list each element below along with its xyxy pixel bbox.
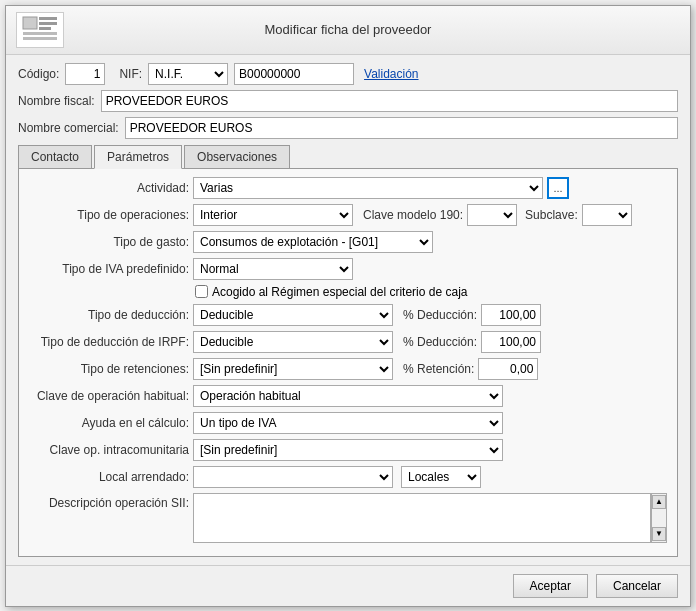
ayuda-calculo-select[interactable]: Un tipo de IVA [193, 412, 503, 434]
tabs: Contacto Parámetros Observaciones [18, 145, 678, 169]
title-bar: Modificar ficha del proveedor [6, 6, 690, 55]
tipo-deduccion-irpf-row: Tipo de deducción de IRPF: Deducible % D… [29, 331, 667, 353]
svg-rect-3 [39, 27, 51, 30]
nombre-comercial-label: Nombre comercial: [18, 121, 119, 135]
svg-rect-4 [23, 32, 57, 35]
descripcion-area: ▲ ▼ [193, 493, 667, 543]
svg-rect-0 [23, 17, 37, 29]
subclave-select[interactable] [582, 204, 632, 226]
aceptar-button[interactable]: Aceptar [513, 574, 588, 598]
nombre-fiscal-input[interactable] [101, 90, 678, 112]
pct-deduccion-irpf-input[interactable] [481, 331, 541, 353]
nif-select[interactable]: N.I.F. [148, 63, 228, 85]
local-arrendado-select[interactable] [193, 466, 393, 488]
nombre-fiscal-label: Nombre fiscal: [18, 94, 95, 108]
tab-contacto[interactable]: Contacto [18, 145, 92, 168]
tipo-retenciones-row: Tipo de retenciones: [Sin predefinir] % … [29, 358, 667, 380]
tipo-operaciones-select[interactable]: Interior [193, 204, 353, 226]
footer: Aceptar Cancelar [6, 565, 690, 606]
pct-retencion-input[interactable] [478, 358, 538, 380]
tipo-operaciones-label: Tipo de operaciones: [29, 208, 189, 222]
tipo-deduccion-row: Tipo de deducción: Deducible % Deducción… [29, 304, 667, 326]
codigo-row: Código: NIF: N.I.F. Validación [18, 63, 678, 85]
actividad-dots-button[interactable]: ... [547, 177, 569, 199]
acogido-label: Acogido al Régimen especial del criterio… [212, 285, 467, 299]
subclave-label: Subclave: [525, 208, 578, 222]
tipo-operaciones-row: Tipo de operaciones: Interior Clave mode… [29, 204, 667, 226]
locales-select[interactable]: Locales [401, 466, 481, 488]
dialog-title: Modificar ficha del proveedor [64, 22, 632, 37]
nombre-comercial-input[interactable] [125, 117, 678, 139]
ayuda-calculo-label: Ayuda en el cálculo: [29, 416, 189, 430]
cancelar-button[interactable]: Cancelar [596, 574, 678, 598]
descripcion-textarea[interactable] [193, 493, 651, 543]
pct-deduccion-irpf-label: % Deducción: [403, 335, 477, 349]
actividad-row: Actividad: Varias ... [29, 177, 667, 199]
pct-deduccion-input[interactable] [481, 304, 541, 326]
pct-deduccion-label: % Deducción: [403, 308, 477, 322]
tipo-gasto-label: Tipo de gasto: [29, 235, 189, 249]
codigo-label: Código: [18, 67, 59, 81]
actividad-label: Actividad: [29, 181, 189, 195]
descripcion-label: Descripción operación SII: [29, 496, 189, 510]
tipo-retenciones-select[interactable]: [Sin predefinir] [193, 358, 393, 380]
ayuda-calculo-row: Ayuda en el cálculo: Un tipo de IVA [29, 412, 667, 434]
local-arrendado-label: Local arrendado: [29, 470, 189, 484]
clave-operacion-label: Clave de operación habitual: [29, 389, 189, 403]
actividad-select[interactable]: Varias [193, 177, 543, 199]
main-dialog: Modificar ficha del proveedor Código: NI… [5, 5, 691, 607]
local-arrendado-row: Local arrendado: Locales [29, 466, 667, 488]
tipo-deduccion-label: Tipo de deducción: [29, 308, 189, 322]
clave-operacion-row: Clave de operación habitual: Operación h… [29, 385, 667, 407]
validacion-link[interactable]: Validación [364, 67, 418, 81]
descripcion-row: Descripción operación SII: ▲ ▼ [29, 493, 667, 543]
scroll-up-button[interactable]: ▲ [652, 495, 666, 509]
clave-op-intracomunitaria-label: Clave op. intracomunitaria [29, 443, 189, 457]
codigo-input[interactable] [65, 63, 105, 85]
svg-rect-1 [39, 17, 57, 20]
nombre-comercial-row: Nombre comercial: [18, 117, 678, 139]
nombre-fiscal-row: Nombre fiscal: [18, 90, 678, 112]
svg-rect-2 [39, 22, 57, 25]
b00-input[interactable] [234, 63, 354, 85]
scroll-down-button[interactable]: ▼ [652, 527, 666, 541]
tipo-deduccion-irpf-label: Tipo de deducción de IRPF: [29, 335, 189, 349]
acogido-row: Acogido al Régimen especial del criterio… [195, 285, 667, 299]
svg-rect-5 [23, 37, 57, 40]
dialog-icon [16, 12, 64, 48]
clave-operacion-select[interactable]: Operación habitual [193, 385, 503, 407]
tipo-retenciones-label: Tipo de retenciones: [29, 362, 189, 376]
acogido-checkbox[interactable] [195, 285, 208, 298]
tipo-gasto-row: Tipo de gasto: Consumos de explotación -… [29, 231, 667, 253]
clave-modelo-label: Clave modelo 190: [363, 208, 463, 222]
tab-observaciones[interactable]: Observaciones [184, 145, 290, 168]
dialog-body: Código: NIF: N.I.F. Validación Nombre fi… [6, 55, 690, 565]
tipo-gasto-select[interactable]: Consumos de explotación - [G01] [193, 231, 433, 253]
tipo-iva-select[interactable]: Normal [193, 258, 353, 280]
scrollbar-vertical[interactable]: ▲ ▼ [651, 493, 667, 543]
tipo-deduccion-irpf-select[interactable]: Deducible [193, 331, 393, 353]
tipo-iva-label: Tipo de IVA predefinido: [29, 262, 189, 276]
clave-modelo-select[interactable] [467, 204, 517, 226]
nif-label: NIF: [119, 67, 142, 81]
parametros-tab-content: Actividad: Varias ... Tipo de operacione… [18, 169, 678, 557]
clave-op-intracomunitaria-row: Clave op. intracomunitaria [Sin predefin… [29, 439, 667, 461]
tab-parametros[interactable]: Parámetros [94, 145, 182, 169]
tipo-iva-row: Tipo de IVA predefinido: Normal [29, 258, 667, 280]
tipo-deduccion-select[interactable]: Deducible [193, 304, 393, 326]
clave-op-intracomunitaria-select[interactable]: [Sin predefinir] [193, 439, 503, 461]
pct-retencion-label: % Retención: [403, 362, 474, 376]
